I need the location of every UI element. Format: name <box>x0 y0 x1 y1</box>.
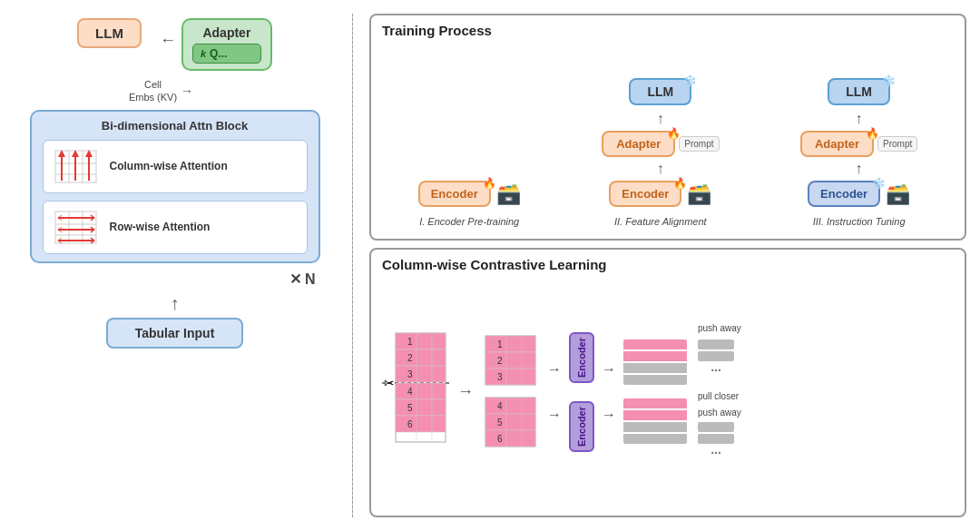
encoder-arrows: → → <box>547 361 562 423</box>
split-arrow: → <box>457 382 474 401</box>
prompt-3: Prompt <box>877 136 917 152</box>
bidir-block: Bi-dimensional Attn Block <box>30 110 320 263</box>
grid-icon-1: 🗃️ <box>496 182 521 206</box>
up-arrow-2b: ↑ <box>657 161 664 177</box>
times-n: ✕ N <box>25 270 316 288</box>
adapter-label: Adapter <box>192 25 261 40</box>
svg-rect-37 <box>396 366 446 382</box>
training-title: Training Process <box>382 23 954 38</box>
adapter-box: Adapter k Q... <box>181 18 272 71</box>
svg-text:1: 1 <box>407 337 413 347</box>
emb-bottom <box>623 398 687 444</box>
tabular-label: Tabular Input <box>135 326 215 340</box>
svg-text:3: 3 <box>497 372 503 382</box>
llm-box: LLM <box>77 18 142 48</box>
dots-top: ··· <box>698 339 734 378</box>
llm-2-badge: ❄️ <box>683 74 697 87</box>
up-arrow-3b: ↑ <box>856 161 863 177</box>
svg-rect-63 <box>485 430 535 447</box>
llm-2-label: LLM <box>647 84 673 99</box>
left-panel: LLM ← Adapter k Q... CellEmbs (KV) → <box>9 9 345 522</box>
training-col-3: LLM ❄️ ↑ Adapter 🔥 Prompt ↑ En <box>800 78 917 227</box>
col-attn-block: Column-wise Attention <box>43 140 308 193</box>
svg-text:5: 5 <box>407 403 413 413</box>
svg-text:2: 2 <box>407 353 413 363</box>
grid-icon-3: 🗃️ <box>886 182 910 206</box>
training-section: Training Process Encoder 🔥 🗃️ I. Encoder… <box>369 14 966 241</box>
up-arrow-2: ↑ <box>657 111 664 127</box>
dots-bottom: ··· <box>698 422 734 460</box>
main-container: LLM ← Adapter k Q... CellEmbs (KV) → <box>0 0 980 531</box>
push-away2-label: push away <box>698 408 741 418</box>
cell-embs-label: CellEmbs (KV) <box>129 78 177 104</box>
push-away-label: push away <box>698 323 741 333</box>
adapter-q: Q... <box>210 47 227 60</box>
grid-icon-2: 🗃️ <box>687 182 711 206</box>
up-arrow-3: ↑ <box>856 111 863 127</box>
bidir-title: Bi-dimensional Attn Block <box>43 119 308 133</box>
encoder-purple-2: Encoder <box>569 401 594 452</box>
svg-text:4: 4 <box>497 401 503 411</box>
adapter-2: Adapter 🔥 <box>602 131 675 157</box>
encoder-2: Encoder 🔥 <box>609 181 681 207</box>
svg-rect-50 <box>485 336 535 352</box>
svg-rect-61 <box>485 414 535 430</box>
llm-3-badge: ❄️ <box>882 74 896 87</box>
adapter-inner: k Q... <box>192 44 261 64</box>
adapter-3: Adapter 🔥 <box>800 131 874 157</box>
svg-rect-40 <box>396 383 446 399</box>
encoder-3-badge: ❄️ <box>872 177 886 190</box>
labels-dots: push away ··· pull closer push away ··· <box>698 323 741 460</box>
prompt-2: Prompt <box>679 136 719 152</box>
llm-3-label: LLM <box>846 84 872 99</box>
col-attn-icon <box>51 146 101 187</box>
encoder-purple-1: Encoder <box>569 332 594 383</box>
left-arrow: ← <box>160 31 176 50</box>
training-col-2: LLM ❄️ ↑ Adapter 🔥 Prompt ↑ En <box>602 78 719 227</box>
encoder-3: Encoder ❄️ <box>808 181 880 207</box>
contrastive-title: Column-wise Contrastive Learning <box>382 257 954 272</box>
encoders: Encoder Encoder <box>569 332 594 452</box>
encoder-2-badge: 🔥 <box>673 177 687 190</box>
svg-rect-52 <box>485 352 535 369</box>
attention-blocks: Column-wise Attention <box>43 140 308 254</box>
tabular-input: Tabular Input <box>106 318 244 349</box>
encoder-1-badge: 🔥 <box>483 177 496 190</box>
adapter-prompt-row-3: Adapter 🔥 Prompt <box>800 131 917 157</box>
training-col-1: Encoder 🔥 🗃️ I. Encoder Pre-training <box>418 181 521 227</box>
svg-text:2: 2 <box>497 356 503 366</box>
row-attn-block: Row-wise Attention <box>43 201 308 254</box>
svg-rect-42 <box>396 399 446 416</box>
encoder-2-label: Encoder <box>622 187 669 201</box>
svg-rect-59 <box>485 398 535 414</box>
svg-rect-35 <box>396 349 446 366</box>
input-table-svg: 1 2 3 4 5 6 <box>382 331 450 449</box>
col1-label: I. Encoder Pre-training <box>419 216 519 227</box>
svg-text:5: 5 <box>497 418 503 428</box>
split-table-top: 1 2 3 <box>481 334 540 388</box>
adapter-prompt-row-2: Adapter 🔥 Prompt <box>602 131 719 157</box>
output-arrows: → → <box>602 361 616 423</box>
encoder-3-label: Encoder <box>820 187 867 201</box>
vertical-divider <box>352 14 353 517</box>
svg-text:✂: ✂ <box>384 376 395 390</box>
col2-label: II. Feature Alignment <box>614 216 707 227</box>
encoder-1-label: Encoder <box>431 187 478 201</box>
contrastive-content: 1 2 3 4 5 6 <box>382 280 954 504</box>
row-attn-label: Row-wise Attention <box>110 220 211 235</box>
llm-2: LLM ❄️ <box>629 78 691 105</box>
adapter-2-label: Adapter <box>616 137 661 151</box>
training-columns: Encoder 🔥 🗃️ I. Encoder Pre-training LLM… <box>382 45 954 227</box>
svg-text:6: 6 <box>497 434 503 444</box>
encoder2-label: Encoder <box>576 407 587 447</box>
svg-rect-54 <box>485 369 535 385</box>
row-attn-icon <box>51 207 101 248</box>
right-arrow: → <box>181 84 193 98</box>
pull-closer-label: pull closer <box>698 391 739 401</box>
split-tables: 1 2 3 4 5 <box>481 334 540 450</box>
up-arrow: ↑ <box>171 293 180 314</box>
cell-embs-row: CellEmbs (KV) → <box>14 78 336 104</box>
adapter-2-badge: 🔥 <box>667 127 681 140</box>
svg-text:3: 3 <box>407 369 413 379</box>
svg-text:1: 1 <box>497 339 503 349</box>
